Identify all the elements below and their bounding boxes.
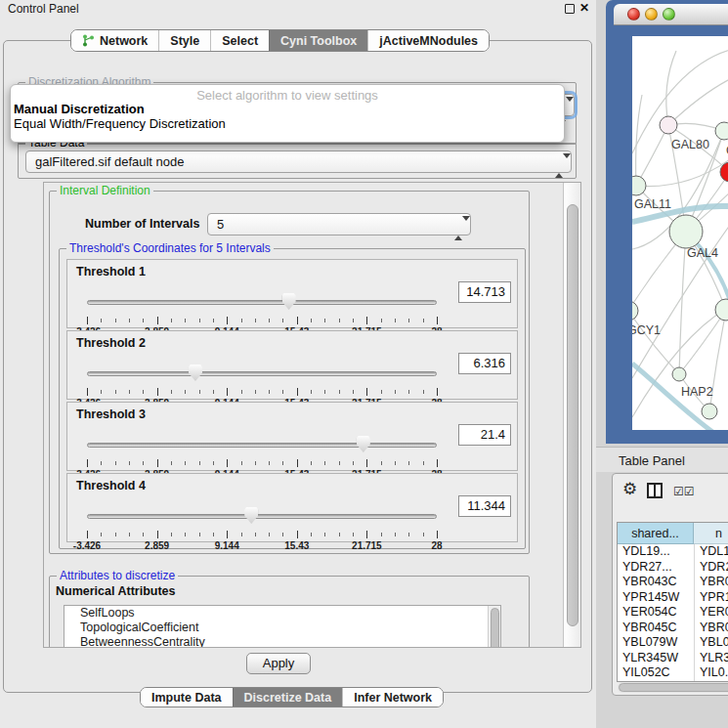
network-node[interactable] xyxy=(660,116,677,134)
zoom-button[interactable] xyxy=(663,8,675,21)
cell-shared-name: YBL079W xyxy=(618,635,694,651)
slider-ticks xyxy=(87,459,437,468)
list-item[interactable]: TopologicalCoefficient xyxy=(64,621,500,635)
float-window-icon[interactable] xyxy=(565,4,575,14)
dropdown-item-manual-discretization[interactable]: Manual Discretization xyxy=(14,102,145,116)
node-label: GAL11 xyxy=(634,197,671,211)
table-row[interactable]: YIL052CYIL0... xyxy=(618,665,728,681)
attributes-group: Attributes to discretize Numerical Attri… xyxy=(49,576,530,648)
gear-icon[interactable]: ⚙ xyxy=(622,481,637,497)
column-header-name[interactable]: n xyxy=(694,523,728,544)
tab-jactivemnodules[interactable]: jActiveMNodules xyxy=(367,30,489,51)
table-row[interactable]: YLR345WYLR3... xyxy=(618,651,728,666)
list-scrollbar[interactable] xyxy=(488,606,500,648)
threshold-3-value-field[interactable]: 21.4 xyxy=(458,424,511,446)
tick-label: 21.715 xyxy=(352,540,382,551)
slider-track[interactable] xyxy=(87,514,437,519)
scrollbar-thumb[interactable] xyxy=(619,683,728,692)
network-edge[interactable] xyxy=(668,75,728,125)
table-panel-title: Table Panel xyxy=(619,453,685,468)
network-node[interactable] xyxy=(669,215,703,248)
network-node[interactable] xyxy=(632,301,638,321)
tab-cyni-toolbox[interactable]: Cyni Toolbox xyxy=(269,30,367,51)
dropdown-item-equal-width-frequency[interactable]: Equal Width/Frequency Discretization xyxy=(14,116,226,131)
slider-ticks xyxy=(87,317,437,325)
threshold-1-slider-handle[interactable] xyxy=(282,293,296,310)
threshold-3-panel: Threshold 3-3.4262.8599.14415.4321.71528… xyxy=(66,402,518,471)
table-hscrollbar[interactable] xyxy=(618,682,728,693)
table-row[interactable]: YBR043CYBR0... xyxy=(618,575,728,590)
threshold-2-value-field[interactable]: 6.316 xyxy=(458,353,511,374)
tab-discretize-data[interactable]: Discretize Data xyxy=(233,688,343,707)
threshold-2-slider[interactable]: -3.4262.8599.14415.4321.71528 xyxy=(87,359,437,398)
threshold-2-panel: Threshold 2-3.4262.8599.14415.4321.71528… xyxy=(66,330,518,400)
table-row[interactable]: YBR045CYBR0... xyxy=(618,621,728,636)
threshold-4-slider[interactable]: -3.4262.8599.14415.4321.71528 xyxy=(87,501,437,540)
slider-track[interactable] xyxy=(87,443,437,448)
cell-name: YBR0... xyxy=(694,575,728,590)
list-item[interactable]: SelfLoops xyxy=(64,606,500,621)
threshold-4-value-field[interactable]: 11.344 xyxy=(458,495,511,517)
cell-shared-name: YLR345W xyxy=(618,651,694,666)
network-edge[interactable] xyxy=(666,51,676,125)
network-edge[interactable] xyxy=(679,232,686,374)
close-button[interactable] xyxy=(627,8,640,21)
network-node[interactable] xyxy=(715,122,728,140)
checkboxes-icon[interactable]: ☑☑ xyxy=(673,485,695,498)
network-edge[interactable] xyxy=(632,311,679,374)
column-view-icon[interactable] xyxy=(647,483,663,498)
minimize-button[interactable] xyxy=(645,8,658,21)
combo-arrows-icon xyxy=(555,155,563,176)
scrollbar-thumb[interactable] xyxy=(491,608,499,648)
network-edge[interactable] xyxy=(636,125,668,186)
tab-infer-network[interactable]: Infer Network xyxy=(342,688,443,707)
tab-label: jActiveMNodules xyxy=(379,34,478,48)
table-row[interactable]: YDR27...YDR2... xyxy=(618,560,728,576)
tab-label: Select xyxy=(222,34,258,48)
threshold-2-slider-handle[interactable] xyxy=(189,364,202,381)
table-data-value: galFiltered.sif default node xyxy=(35,154,184,169)
tab-style[interactable]: Style xyxy=(158,30,210,51)
table-row[interactable]: YPR145WYPR1... xyxy=(618,590,728,606)
tab-select[interactable]: Select xyxy=(210,30,269,51)
network-node[interactable] xyxy=(672,367,686,381)
scrollbar-thumb[interactable] xyxy=(567,204,578,626)
threshold-4-panel: Threshold 4-3.4262.8599.14415.4321.71528… xyxy=(66,473,518,542)
threshold-3-slider[interactable]: -3.4262.8599.14415.4321.71528 xyxy=(87,430,437,469)
number-of-intervals-combobox[interactable]: 5 xyxy=(207,213,471,236)
cell-shared-name: YIL052C xyxy=(618,665,694,681)
table-panel: ⚙ ☑☑ shared... n YDL19...YDL1...YDR27...… xyxy=(612,473,728,696)
group-title: Attributes to discretize xyxy=(57,569,178,582)
network-node[interactable] xyxy=(702,404,717,419)
list-item[interactable]: BetweennessCentrality xyxy=(64,635,500,648)
table-row[interactable]: YER054CYER0... xyxy=(618,605,728,621)
threshold-3-slider-handle[interactable] xyxy=(357,436,370,452)
table-panel-titlebar: Table Panel xyxy=(596,447,728,472)
table-row[interactable]: YBL079WYBL0... xyxy=(618,635,728,651)
tab-network[interactable]: Network xyxy=(71,30,158,51)
tab-impute-data[interactable]: Impute Data xyxy=(141,688,233,707)
slider-ticks xyxy=(87,388,437,397)
network-node[interactable] xyxy=(632,176,646,195)
column-header-shared-name[interactable]: shared... xyxy=(618,523,694,544)
settings-scrollbar[interactable] xyxy=(563,183,580,647)
bottom-tab-bar: Impute DataDiscretize DataInfer Network xyxy=(140,687,444,707)
table-header: shared... n xyxy=(618,523,728,544)
table-data-combobox[interactable]: galFiltered.sif default node xyxy=(25,150,572,173)
threshold-1-value-field[interactable]: 14.713 xyxy=(458,281,511,303)
close-icon[interactable]: ✕ xyxy=(579,1,589,15)
threshold-4-slider-handle[interactable] xyxy=(244,507,258,524)
network-canvas[interactable]: GAL80GACGAL11GAL4GCY1HHAP2 xyxy=(632,36,728,430)
threshold-1-slider[interactable]: -3.4262.8599.14415.4321.71528 xyxy=(87,287,437,326)
tab-label: Network xyxy=(100,34,148,48)
slider-track[interactable] xyxy=(87,371,437,376)
network-node[interactable] xyxy=(715,299,728,321)
node-label: GAL4 xyxy=(687,246,718,260)
table-row[interactable]: YDL19...YDL1... xyxy=(618,544,728,560)
cell-name: YBL0... xyxy=(694,635,728,651)
threshold-list: Threshold 1-3.4262.8599.14415.4321.71528… xyxy=(60,259,525,542)
node-label: GCY1 xyxy=(632,323,661,337)
cell-name: YLR3... xyxy=(694,651,728,666)
apply-button[interactable]: Apply xyxy=(246,653,311,674)
slider-track[interactable] xyxy=(87,300,437,305)
